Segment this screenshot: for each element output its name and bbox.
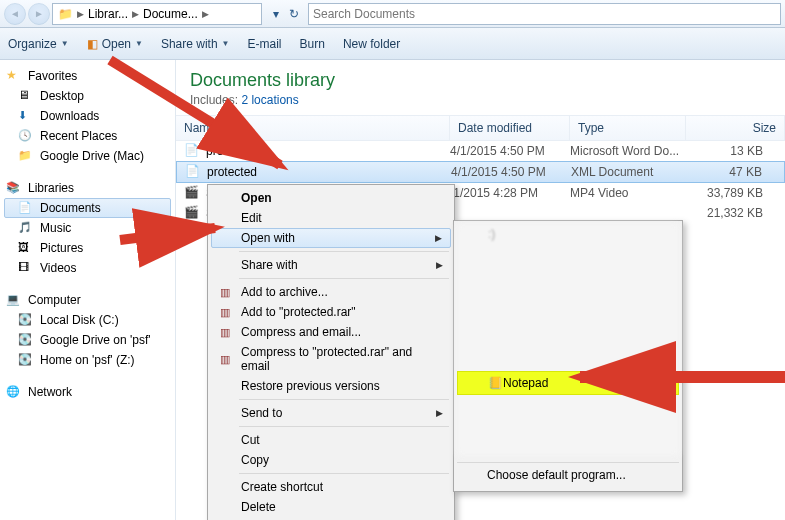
- burn-button[interactable]: Burn: [300, 37, 325, 51]
- chevron-down-icon: ▼: [222, 39, 230, 48]
- separator: [239, 278, 449, 279]
- nav-documents[interactable]: Documents: [4, 198, 171, 218]
- search-placeholder: Search Documents: [313, 7, 415, 21]
- chevron-right-icon: ▶: [132, 9, 139, 19]
- chevron-right-icon: ▶: [436, 260, 443, 270]
- search-input[interactable]: Search Documents: [308, 3, 781, 25]
- file-row[interactable]: protected 4/1/2015 4:50 PMMicrosoft Word…: [176, 141, 785, 161]
- breadcrumb[interactable]: 📁 ▶ Librar... ▶ Docume... ▶: [52, 3, 262, 25]
- breadcrumb-seg[interactable]: Librar...: [88, 7, 128, 21]
- nav-pictures[interactable]: Pictures: [4, 238, 171, 258]
- col-type[interactable]: Type: [570, 116, 686, 140]
- nav-gdrive[interactable]: Google Drive (Mac): [4, 146, 171, 166]
- word-icon: [184, 143, 200, 159]
- nav-localdisk[interactable]: Local Disk (C:): [4, 310, 171, 330]
- submenu-notepad[interactable]: Notepad: [457, 371, 679, 395]
- includes-link[interactable]: 2 locations: [241, 93, 298, 107]
- chevron-right-icon: ▶: [202, 9, 209, 19]
- network-icon: [6, 384, 22, 400]
- ctx-share-with[interactable]: Share with▶: [211, 255, 451, 275]
- recent-icon: [18, 128, 34, 144]
- ctx-compress-email[interactable]: Compress and email...: [211, 322, 451, 342]
- ctx-open-with[interactable]: Open with▶: [211, 228, 451, 248]
- videos-icon: [18, 260, 34, 276]
- page-title: Documents library: [190, 70, 771, 91]
- nav-favorites[interactable]: Favorites: [4, 66, 171, 86]
- chevron-right-icon: ▶: [436, 408, 443, 418]
- context-menu: Open Edit Open with▶ Share with▶ Add to …: [207, 184, 455, 520]
- nav-libraries[interactable]: Libraries: [4, 178, 171, 198]
- share-with-button[interactable]: Share with ▼: [161, 37, 230, 51]
- ctx-cut[interactable]: Cut: [211, 430, 451, 450]
- new-folder-button[interactable]: New folder: [343, 37, 400, 51]
- disk-icon: [18, 312, 34, 328]
- music-icon: [18, 220, 34, 236]
- separator: [239, 473, 449, 474]
- nav-computer[interactable]: Computer: [4, 290, 171, 310]
- address-bar: ◄ ► 📁 ▶ Librar... ▶ Docume... ▶ ▾ ↻ Sear…: [0, 0, 785, 28]
- ctx-add-archive[interactable]: Add to archive...: [211, 282, 451, 302]
- submenu-item-blurred[interactable]: :): [488, 227, 674, 241]
- back-button[interactable]: ◄: [4, 3, 26, 25]
- chevron-down-icon: ▼: [61, 39, 69, 48]
- email-button[interactable]: E-mail: [248, 37, 282, 51]
- ctx-open[interactable]: Open: [211, 188, 451, 208]
- ctx-create-shortcut[interactable]: Create shortcut: [211, 477, 451, 497]
- desktop-icon: [18, 88, 34, 104]
- nav-home-psf[interactable]: Home on 'psf' (Z:): [4, 350, 171, 370]
- word-icon: [185, 164, 201, 180]
- nav-music[interactable]: Music: [4, 218, 171, 238]
- file-row[interactable]: protected 4/1/2015 4:50 PMXML Document47…: [176, 161, 785, 183]
- nav-recent[interactable]: Recent Places: [4, 126, 171, 146]
- forward-button[interactable]: ►: [28, 3, 50, 25]
- video-icon: [184, 205, 200, 221]
- ctx-compress-rar-email[interactable]: Compress to "protected.rar" and email: [211, 342, 451, 376]
- chevron-down-icon: ▼: [135, 39, 143, 48]
- breadcrumb-seg[interactable]: Docume...: [143, 7, 198, 21]
- ctx-add-rar[interactable]: Add to "protected.rar": [211, 302, 451, 322]
- ctx-delete[interactable]: Delete: [211, 497, 451, 517]
- chevron-right-icon: ▶: [77, 9, 84, 19]
- includes-line: Includes: 2 locations: [190, 93, 771, 107]
- toolbar: Organize ▼ ◧ Open ▼ Share with ▼ E-mail …: [0, 28, 785, 60]
- separator: [239, 251, 449, 252]
- nav-desktop[interactable]: Desktop: [4, 86, 171, 106]
- pictures-icon: [18, 240, 34, 256]
- rar-icon: [217, 324, 233, 340]
- rar-icon: [217, 351, 233, 367]
- submenu-choose-default[interactable]: Choose default program...: [457, 462, 679, 487]
- nav-videos[interactable]: Videos: [4, 258, 171, 278]
- disk-icon: [18, 352, 34, 368]
- notepad-icon: [488, 376, 503, 390]
- col-name[interactable]: Name: [176, 116, 450, 140]
- col-date[interactable]: Date modified: [450, 116, 570, 140]
- ctx-copy[interactable]: Copy: [211, 450, 451, 470]
- open-with-submenu: :) Notepad Choose default program...: [453, 220, 683, 492]
- computer-icon: [6, 292, 22, 308]
- refresh-icon[interactable]: ↻: [286, 6, 302, 22]
- rar-icon: [217, 284, 233, 300]
- ctx-restore[interactable]: Restore previous versions: [211, 376, 451, 396]
- separator: [239, 426, 449, 427]
- organize-button[interactable]: Organize ▼: [8, 37, 69, 51]
- open-button[interactable]: ◧ Open ▼: [87, 37, 143, 51]
- separator: [239, 399, 449, 400]
- nav-downloads[interactable]: Downloads: [4, 106, 171, 126]
- column-headers: Name Date modified Type Size: [176, 115, 785, 141]
- blurred-region: [457, 224, 679, 455]
- star-icon: [6, 68, 22, 84]
- download-icon: [18, 108, 34, 124]
- col-size[interactable]: Size: [686, 116, 785, 140]
- nav-network[interactable]: Network: [4, 382, 171, 402]
- libraries-icon: [6, 180, 22, 196]
- rar-icon: [217, 304, 233, 320]
- nav-gdrive-psf[interactable]: Google Drive on 'psf': [4, 330, 171, 350]
- ctx-send-to[interactable]: Send to▶: [211, 403, 451, 423]
- documents-icon: [18, 200, 34, 216]
- folder-icon: [18, 148, 34, 164]
- video-icon: [184, 185, 200, 201]
- folder-icon: 📁: [57, 6, 73, 22]
- nav-pane: Favorites Desktop Downloads Recent Place…: [0, 60, 175, 520]
- dropdown-icon[interactable]: ▾: [268, 6, 284, 22]
- ctx-edit[interactable]: Edit: [211, 208, 451, 228]
